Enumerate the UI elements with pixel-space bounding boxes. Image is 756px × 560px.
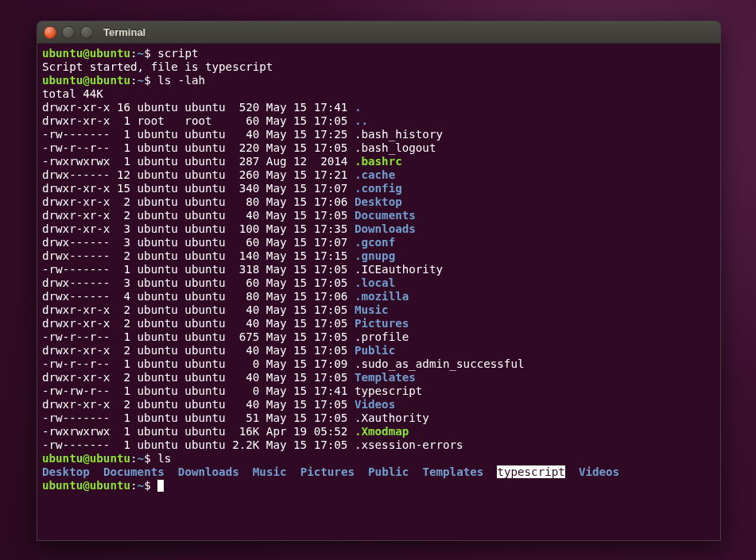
ls-row: drwx------ 3 ubuntu ubuntu 60 May 15 17:… <box>42 276 395 289</box>
file-name: Desktop <box>355 195 402 208</box>
file-name: .sudo_as_admin_successful <box>355 357 525 370</box>
ls-row: drwxr-xr-x 2 ubuntu ubuntu 80 May 15 17:… <box>42 195 402 208</box>
prompt-user: ubuntu@ubuntu <box>42 47 130 60</box>
file-name: .gconf <box>355 236 395 249</box>
prompt-path: ~ <box>138 74 145 87</box>
ls-row: -rw-r--r-- 1 ubuntu ubuntu 0 May 15 17:0… <box>42 357 524 370</box>
file-name: Desktop <box>42 465 90 478</box>
terminal-body[interactable]: ubuntu@ubuntu:~$ script Script started, … <box>37 44 720 496</box>
ls-row: -rw------- 1 ubuntu ubuntu 51 May 15 17:… <box>42 411 429 424</box>
titlebar[interactable]: Terminal <box>37 21 720 44</box>
output-line: total 44K <box>42 87 103 100</box>
prompt-sym: $ <box>144 74 157 87</box>
ls-row: drwxr-xr-x 2 ubuntu ubuntu 40 May 15 17:… <box>42 317 409 330</box>
close-icon[interactable] <box>44 26 56 39</box>
file-name: .. <box>355 114 368 127</box>
ls-row: drwxr-xr-x 2 ubuntu ubuntu 40 May 15 17:… <box>42 303 389 316</box>
terminal-window: Terminal ubuntu@ubuntu:~$ script Script … <box>37 21 721 541</box>
ls-row: drwxr-xr-x 3 ubuntu ubuntu 100 May 15 17… <box>42 222 416 235</box>
prompt-path: ~ <box>138 479 145 492</box>
cmd-text: ls -lah <box>157 74 205 87</box>
file-name: .cache <box>355 168 395 181</box>
file-name: .gnupg <box>355 249 395 262</box>
file-name: Documents <box>355 209 416 222</box>
prompt-user: ubuntu@ubuntu <box>42 452 130 465</box>
ls-row: -rw-rw-r-- 1 ubuntu ubuntu 0 May 15 17:4… <box>42 384 422 397</box>
maximize-icon[interactable] <box>80 26 93 39</box>
cmd-text: script <box>157 47 198 60</box>
ls-row: Desktop Documents Downloads Music Pictur… <box>42 465 619 478</box>
ls-row: drwxr-xr-x 2 ubuntu ubuntu 40 May 15 17:… <box>42 398 395 411</box>
ls-row: drwxr-xr-x 2 ubuntu ubuntu 40 May 15 17:… <box>42 371 416 384</box>
ls-row: -rw-r--r-- 1 ubuntu ubuntu 220 May 15 17… <box>42 141 436 154</box>
file-name: Downloads <box>178 465 239 478</box>
ls-row: drwxr-xr-x 16 ubuntu ubuntu 520 May 15 1… <box>42 101 361 114</box>
file-name: Documents <box>103 465 165 478</box>
file-name: .Xauthority <box>355 411 429 424</box>
file-name: .ICEauthority <box>355 263 443 276</box>
ls-row: -rw------- 1 ubuntu ubuntu 2.2K May 15 1… <box>42 438 463 451</box>
ls-row: -rwxrwxrwx 1 ubuntu ubuntu 287 Aug 12 20… <box>42 155 402 168</box>
cursor <box>157 480 164 492</box>
prompt-path: ~ <box>138 452 145 465</box>
ls-row: -rwxrwxrwx 1 ubuntu ubuntu 16K Apr 19 05… <box>42 425 409 438</box>
prompt-sep: : <box>130 47 138 60</box>
ls-row: -rw------- 1 ubuntu ubuntu 318 May 15 17… <box>42 263 443 276</box>
file-name: .mozilla <box>355 290 409 303</box>
minimize-icon[interactable] <box>62 26 75 39</box>
cmd-text: ls <box>157 452 171 465</box>
prompt-sep: : <box>130 479 138 492</box>
ls-row: -rw-r--r-- 1 ubuntu ubuntu 675 May 15 17… <box>42 330 409 343</box>
prompt-user: ubuntu@ubuntu <box>42 479 130 492</box>
ls-row: drwx------ 3 ubuntu ubuntu 60 May 15 17:… <box>42 236 395 249</box>
file-name: .profile <box>355 330 409 343</box>
file-name: .bash_logout <box>355 141 436 154</box>
file-name: .local <box>355 276 395 289</box>
prompt-sep: : <box>130 74 138 87</box>
file-name: Public <box>368 465 409 478</box>
file-name: Music <box>355 303 389 316</box>
file-name: .bash_history <box>355 128 443 141</box>
ls-row: -rw------- 1 ubuntu ubuntu 40 May 15 17:… <box>42 128 443 141</box>
prompt-user: ubuntu@ubuntu <box>42 74 130 87</box>
file-name: .xsession-errors <box>355 438 463 451</box>
prompt-sym: $ <box>144 452 157 465</box>
file-name: Pictures <box>300 465 355 478</box>
file-name: Downloads <box>355 222 416 235</box>
prompt-path: ~ <box>138 47 145 60</box>
output-line: Script started, file is typescript <box>42 60 273 73</box>
file-name: Public <box>355 344 395 357</box>
prompt-sym: $ <box>144 47 157 60</box>
file-name: .config <box>355 182 402 195</box>
ls-row: drwxr-xr-x 1 root root 60 May 15 17:05 .… <box>42 114 368 127</box>
prompt-sep: : <box>130 452 138 465</box>
file-name: . <box>355 101 362 114</box>
ls-row: drwx------ 12 ubuntu ubuntu 260 May 15 1… <box>42 168 395 181</box>
file-name: Templates <box>355 371 416 384</box>
ls-row: drwxr-xr-x 2 ubuntu ubuntu 40 May 15 17:… <box>42 344 395 357</box>
file-name: typescript <box>497 465 564 478</box>
ls-row: drwx------ 4 ubuntu ubuntu 80 May 15 17:… <box>42 290 409 303</box>
file-name: .Xmodmap <box>355 425 409 438</box>
file-name: Videos <box>355 398 395 411</box>
file-name: typescript <box>355 384 422 397</box>
file-name: Music <box>253 465 287 478</box>
file-name: .bashrc <box>355 155 402 168</box>
file-name: Videos <box>579 465 619 478</box>
window-title: Terminal <box>103 26 145 38</box>
ls-row: drwxr-xr-x 15 ubuntu ubuntu 340 May 15 1… <box>42 182 402 195</box>
ls-row: drwx------ 2 ubuntu ubuntu 140 May 15 17… <box>42 249 395 262</box>
file-name: Pictures <box>355 317 409 330</box>
ls-row: drwxr-xr-x 2 ubuntu ubuntu 40 May 15 17:… <box>42 209 416 222</box>
file-name: Templates <box>422 465 483 478</box>
prompt-sym: $ <box>144 479 157 492</box>
